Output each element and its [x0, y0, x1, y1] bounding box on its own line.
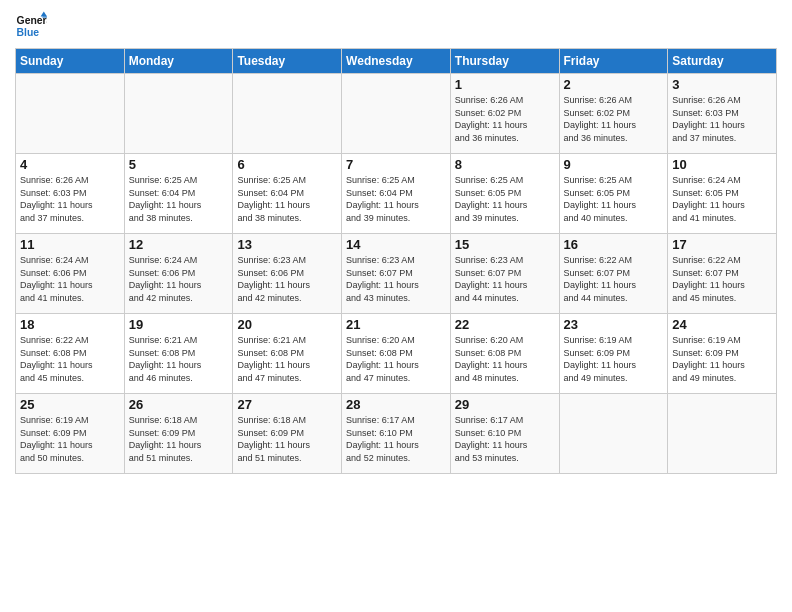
calendar-day-cell: 18Sunrise: 6:22 AM Sunset: 6:08 PM Dayli…: [16, 314, 125, 394]
calendar-day-cell: 1Sunrise: 6:26 AM Sunset: 6:02 PM Daylig…: [450, 74, 559, 154]
calendar-week-row: 25Sunrise: 6:19 AM Sunset: 6:09 PM Dayli…: [16, 394, 777, 474]
day-info: Sunrise: 6:19 AM Sunset: 6:09 PM Dayligh…: [564, 334, 664, 384]
calendar-day-cell: 5Sunrise: 6:25 AM Sunset: 6:04 PM Daylig…: [124, 154, 233, 234]
day-number: 6: [237, 157, 337, 172]
day-number: 28: [346, 397, 446, 412]
day-number: 9: [564, 157, 664, 172]
calendar-day-cell: 10Sunrise: 6:24 AM Sunset: 6:05 PM Dayli…: [668, 154, 777, 234]
day-of-week-header: Tuesday: [233, 49, 342, 74]
calendar-day-cell: 28Sunrise: 6:17 AM Sunset: 6:10 PM Dayli…: [342, 394, 451, 474]
day-number: 25: [20, 397, 120, 412]
calendar-day-cell: [668, 394, 777, 474]
day-info: Sunrise: 6:24 AM Sunset: 6:06 PM Dayligh…: [20, 254, 120, 304]
header: General Blue: [15, 10, 777, 42]
day-info: Sunrise: 6:18 AM Sunset: 6:09 PM Dayligh…: [237, 414, 337, 464]
day-number: 21: [346, 317, 446, 332]
day-info: Sunrise: 6:26 AM Sunset: 6:02 PM Dayligh…: [455, 94, 555, 144]
day-info: Sunrise: 6:26 AM Sunset: 6:02 PM Dayligh…: [564, 94, 664, 144]
calendar-week-row: 1Sunrise: 6:26 AM Sunset: 6:02 PM Daylig…: [16, 74, 777, 154]
day-info: Sunrise: 6:25 AM Sunset: 6:04 PM Dayligh…: [346, 174, 446, 224]
day-of-week-header: Thursday: [450, 49, 559, 74]
calendar-week-row: 18Sunrise: 6:22 AM Sunset: 6:08 PM Dayli…: [16, 314, 777, 394]
calendar-day-cell: [233, 74, 342, 154]
svg-text:Blue: Blue: [17, 27, 40, 38]
calendar-day-cell: 14Sunrise: 6:23 AM Sunset: 6:07 PM Dayli…: [342, 234, 451, 314]
day-number: 24: [672, 317, 772, 332]
day-number: 8: [455, 157, 555, 172]
calendar-day-cell: 16Sunrise: 6:22 AM Sunset: 6:07 PM Dayli…: [559, 234, 668, 314]
day-info: Sunrise: 6:17 AM Sunset: 6:10 PM Dayligh…: [455, 414, 555, 464]
day-info: Sunrise: 6:18 AM Sunset: 6:09 PM Dayligh…: [129, 414, 229, 464]
day-info: Sunrise: 6:24 AM Sunset: 6:06 PM Dayligh…: [129, 254, 229, 304]
day-info: Sunrise: 6:24 AM Sunset: 6:05 PM Dayligh…: [672, 174, 772, 224]
day-info: Sunrise: 6:20 AM Sunset: 6:08 PM Dayligh…: [346, 334, 446, 384]
day-info: Sunrise: 6:19 AM Sunset: 6:09 PM Dayligh…: [672, 334, 772, 384]
calendar-table: SundayMondayTuesdayWednesdayThursdayFrid…: [15, 48, 777, 474]
calendar-day-cell: [124, 74, 233, 154]
day-number: 7: [346, 157, 446, 172]
calendar-day-cell: 11Sunrise: 6:24 AM Sunset: 6:06 PM Dayli…: [16, 234, 125, 314]
day-info: Sunrise: 6:23 AM Sunset: 6:07 PM Dayligh…: [455, 254, 555, 304]
day-number: 11: [20, 237, 120, 252]
logo-icon: General Blue: [15, 10, 47, 42]
day-info: Sunrise: 6:25 AM Sunset: 6:05 PM Dayligh…: [455, 174, 555, 224]
calendar-day-cell: [16, 74, 125, 154]
day-number: 16: [564, 237, 664, 252]
day-info: Sunrise: 6:20 AM Sunset: 6:08 PM Dayligh…: [455, 334, 555, 384]
svg-text:General: General: [17, 15, 47, 26]
calendar-week-row: 11Sunrise: 6:24 AM Sunset: 6:06 PM Dayli…: [16, 234, 777, 314]
calendar-day-cell: 21Sunrise: 6:20 AM Sunset: 6:08 PM Dayli…: [342, 314, 451, 394]
day-info: Sunrise: 6:22 AM Sunset: 6:07 PM Dayligh…: [672, 254, 772, 304]
day-number: 19: [129, 317, 229, 332]
day-info: Sunrise: 6:23 AM Sunset: 6:07 PM Dayligh…: [346, 254, 446, 304]
calendar-day-cell: 27Sunrise: 6:18 AM Sunset: 6:09 PM Dayli…: [233, 394, 342, 474]
day-info: Sunrise: 6:22 AM Sunset: 6:07 PM Dayligh…: [564, 254, 664, 304]
day-info: Sunrise: 6:21 AM Sunset: 6:08 PM Dayligh…: [129, 334, 229, 384]
calendar-day-cell: 2Sunrise: 6:26 AM Sunset: 6:02 PM Daylig…: [559, 74, 668, 154]
calendar-day-cell: 17Sunrise: 6:22 AM Sunset: 6:07 PM Dayli…: [668, 234, 777, 314]
day-of-week-header: Saturday: [668, 49, 777, 74]
calendar-day-cell: 22Sunrise: 6:20 AM Sunset: 6:08 PM Dayli…: [450, 314, 559, 394]
day-number: 26: [129, 397, 229, 412]
calendar-day-cell: 9Sunrise: 6:25 AM Sunset: 6:05 PM Daylig…: [559, 154, 668, 234]
day-number: 15: [455, 237, 555, 252]
calendar-day-cell: 24Sunrise: 6:19 AM Sunset: 6:09 PM Dayli…: [668, 314, 777, 394]
day-number: 2: [564, 77, 664, 92]
day-number: 10: [672, 157, 772, 172]
day-info: Sunrise: 6:17 AM Sunset: 6:10 PM Dayligh…: [346, 414, 446, 464]
calendar-day-cell: 3Sunrise: 6:26 AM Sunset: 6:03 PM Daylig…: [668, 74, 777, 154]
calendar-day-cell: 26Sunrise: 6:18 AM Sunset: 6:09 PM Dayli…: [124, 394, 233, 474]
day-number: 4: [20, 157, 120, 172]
day-number: 29: [455, 397, 555, 412]
day-info: Sunrise: 6:21 AM Sunset: 6:08 PM Dayligh…: [237, 334, 337, 384]
day-of-week-header: Wednesday: [342, 49, 451, 74]
day-number: 23: [564, 317, 664, 332]
day-number: 27: [237, 397, 337, 412]
day-number: 17: [672, 237, 772, 252]
day-number: 22: [455, 317, 555, 332]
day-number: 5: [129, 157, 229, 172]
day-number: 1: [455, 77, 555, 92]
calendar-day-cell: 19Sunrise: 6:21 AM Sunset: 6:08 PM Dayli…: [124, 314, 233, 394]
day-of-week-header: Monday: [124, 49, 233, 74]
day-of-week-header: Friday: [559, 49, 668, 74]
day-info: Sunrise: 6:25 AM Sunset: 6:05 PM Dayligh…: [564, 174, 664, 224]
calendar-day-cell: 13Sunrise: 6:23 AM Sunset: 6:06 PM Dayli…: [233, 234, 342, 314]
day-info: Sunrise: 6:19 AM Sunset: 6:09 PM Dayligh…: [20, 414, 120, 464]
calendar-day-cell: 8Sunrise: 6:25 AM Sunset: 6:05 PM Daylig…: [450, 154, 559, 234]
day-number: 3: [672, 77, 772, 92]
calendar-day-cell: 20Sunrise: 6:21 AM Sunset: 6:08 PM Dayli…: [233, 314, 342, 394]
day-number: 18: [20, 317, 120, 332]
logo: General Blue: [15, 10, 47, 42]
calendar-day-cell: 15Sunrise: 6:23 AM Sunset: 6:07 PM Dayli…: [450, 234, 559, 314]
calendar-day-cell: [342, 74, 451, 154]
day-number: 13: [237, 237, 337, 252]
calendar-day-cell: 25Sunrise: 6:19 AM Sunset: 6:09 PM Dayli…: [16, 394, 125, 474]
day-info: Sunrise: 6:26 AM Sunset: 6:03 PM Dayligh…: [20, 174, 120, 224]
calendar-day-cell: 29Sunrise: 6:17 AM Sunset: 6:10 PM Dayli…: [450, 394, 559, 474]
day-of-week-header: Sunday: [16, 49, 125, 74]
calendar-day-cell: 4Sunrise: 6:26 AM Sunset: 6:03 PM Daylig…: [16, 154, 125, 234]
day-info: Sunrise: 6:23 AM Sunset: 6:06 PM Dayligh…: [237, 254, 337, 304]
day-number: 20: [237, 317, 337, 332]
day-info: Sunrise: 6:26 AM Sunset: 6:03 PM Dayligh…: [672, 94, 772, 144]
